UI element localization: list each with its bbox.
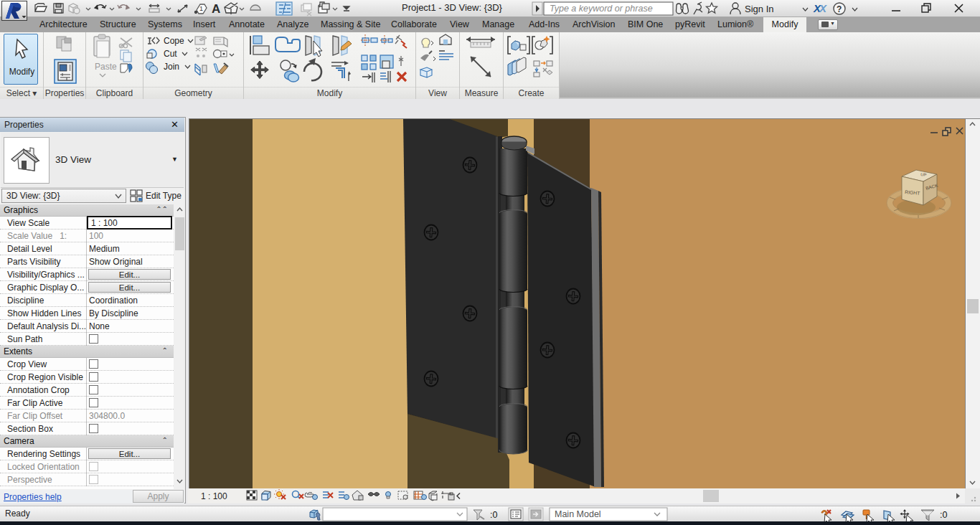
svg-text:Sign In: Sign In bbox=[745, 4, 773, 14]
svg-text:Main Model: Main Model bbox=[555, 509, 601, 519]
svg-text:Cut: Cut bbox=[164, 49, 177, 59]
svg-text:Paste: Paste bbox=[95, 62, 117, 72]
svg-text::0: :0 bbox=[940, 510, 947, 520]
svg-text:UP: UP bbox=[920, 172, 927, 177]
svg-text:1 : 100: 1 : 100 bbox=[201, 491, 227, 501]
svg-text::0: :0 bbox=[490, 510, 497, 520]
svg-text:?: ? bbox=[837, 4, 842, 14]
svg-text:X: X bbox=[819, 2, 827, 14]
svg-text:Cope: Cope bbox=[164, 36, 184, 46]
svg-text:1: 1 bbox=[199, 5, 203, 12]
svg-text:A: A bbox=[212, 2, 220, 16]
svg-text:Join: Join bbox=[164, 62, 179, 72]
svg-text:Type a keyword or phrase: Type a keyword or phrase bbox=[550, 4, 653, 14]
